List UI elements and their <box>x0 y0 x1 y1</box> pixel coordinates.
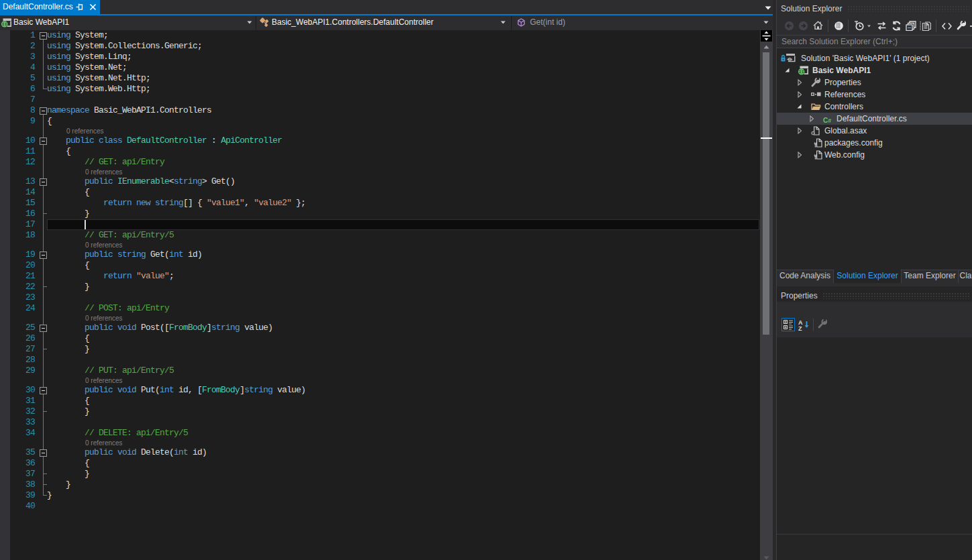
svg-text:Z: Z <box>798 325 802 332</box>
